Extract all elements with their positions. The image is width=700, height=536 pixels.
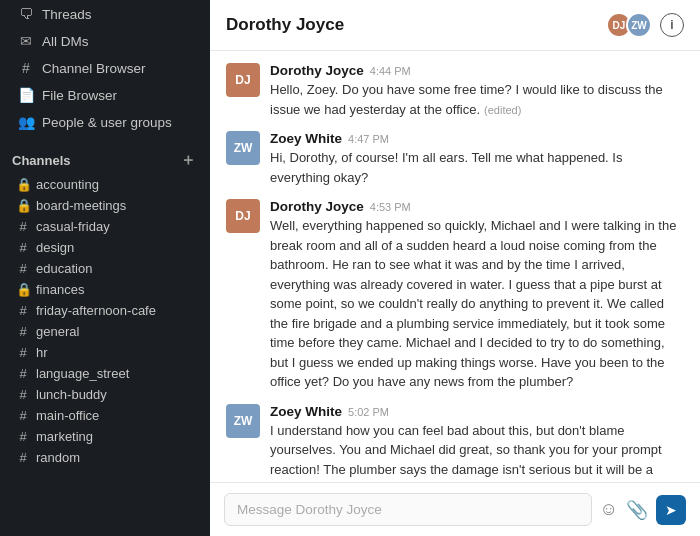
- channel-item-lunch-buddy[interactable]: #lunch-buddy: [4, 384, 206, 405]
- channel-label-lunch-buddy: lunch-buddy: [36, 387, 107, 402]
- message-header: Zoey White 5:02 PM: [270, 404, 684, 419]
- sidebar-item-label: Threads: [42, 7, 92, 22]
- channel-item-board-meetings[interactable]: 🔒board-meetings: [4, 195, 206, 216]
- chat-header: Dorothy Joyce DJZW i: [210, 0, 700, 51]
- channel-icon-random: #: [16, 450, 30, 465]
- sidebar-item-label: All DMs: [42, 34, 89, 49]
- message-time: 5:02 PM: [348, 406, 389, 418]
- message-header: Dorothy Joyce 4:53 PM: [270, 199, 684, 214]
- message-text: Hello, Zoey. Do you have some free time?…: [270, 82, 663, 117]
- message-time: 4:44 PM: [370, 65, 411, 77]
- message-header: Dorothy Joyce 4:44 PM: [270, 63, 684, 78]
- channel-item-general[interactable]: #general: [4, 321, 206, 342]
- sidebar: 🗨Threads✉All DMs#Channel Browser📄File Br…: [0, 0, 210, 536]
- message-author: Dorothy Joyce: [270, 63, 364, 78]
- channel-icon-general: #: [16, 324, 30, 339]
- channel-icon-finances: 🔒: [16, 282, 30, 297]
- channel-label-main-office: main-office: [36, 408, 99, 423]
- channel-label-friday-afternoon-cafe: friday-afternoon-cafe: [36, 303, 156, 318]
- message-text: Hi, Dorothy, of course! I'm all ears. Te…: [270, 150, 622, 185]
- channel-label-finances: finances: [36, 282, 84, 297]
- sidebar-item-channel-browser[interactable]: #Channel Browser: [6, 55, 204, 81]
- channel-item-finances[interactable]: 🔒finances: [4, 279, 206, 300]
- chat-input-area: ☺ 📎 ➤: [210, 482, 700, 536]
- channel-label-general: general: [36, 324, 79, 339]
- attachment-icon[interactable]: 📎: [626, 499, 648, 521]
- main-panel: Dorothy Joyce DJZW i DJ Dorothy Joyce 4:…: [210, 0, 700, 536]
- channel-label-casual-friday: casual-friday: [36, 219, 110, 234]
- message-input[interactable]: [224, 493, 592, 526]
- channel-icon-accounting: 🔒: [16, 177, 30, 192]
- channel-item-accounting[interactable]: 🔒accounting: [4, 174, 206, 195]
- threads-icon: 🗨: [18, 6, 34, 22]
- channel-icon-main-office: #: [16, 408, 30, 423]
- sidebar-item-threads[interactable]: 🗨Threads: [6, 1, 204, 27]
- message-author: Dorothy Joyce: [270, 199, 364, 214]
- sidebar-item-label: File Browser: [42, 88, 117, 103]
- channel-icon-friday-afternoon-cafe: #: [16, 303, 30, 318]
- message-content: Zoey White 4:47 PM Hi, Dorothy, of cours…: [270, 131, 684, 187]
- message-content: Zoey White 5:02 PM I understand how you …: [270, 404, 684, 483]
- message-header: Zoey White 4:47 PM: [270, 131, 684, 146]
- channel-label-accounting: accounting: [36, 177, 99, 192]
- sidebar-item-label: People & user groups: [42, 115, 172, 130]
- avatar-stack: DJZW: [606, 12, 652, 38]
- channel-icon-hr: #: [16, 345, 30, 360]
- send-button[interactable]: ➤: [656, 495, 686, 525]
- channel-label-board-meetings: board-meetings: [36, 198, 126, 213]
- message-text: Well, everything happened so quickly, Mi…: [270, 218, 676, 389]
- message-content: Dorothy Joyce 4:44 PM Hello, Zoey. Do yo…: [270, 63, 684, 119]
- channel-icon-lunch-buddy: #: [16, 387, 30, 402]
- message-text: I understand how you can feel bad about …: [270, 423, 674, 483]
- message-avatar-zoey: ZW: [226, 404, 260, 438]
- people-icon: 👥: [18, 114, 34, 130]
- avatar-1: ZW: [626, 12, 652, 38]
- emoji-icon[interactable]: ☺: [600, 499, 618, 520]
- channel-item-design[interactable]: #design: [4, 237, 206, 258]
- channel-item-random[interactable]: #random: [4, 447, 206, 468]
- channel-label-design: design: [36, 240, 74, 255]
- channel-icon-casual-friday: #: [16, 219, 30, 234]
- channel-label-hr: hr: [36, 345, 48, 360]
- messages-list: DJ Dorothy Joyce 4:44 PM Hello, Zoey. Do…: [210, 51, 700, 482]
- sidebar-item-all-dms[interactable]: ✉All DMs: [6, 28, 204, 54]
- add-channel-button[interactable]: ＋: [178, 150, 198, 170]
- channel-item-hr[interactable]: #hr: [4, 342, 206, 363]
- sidebar-item-label: Channel Browser: [42, 61, 146, 76]
- message-row: ZW Zoey White 5:02 PM I understand how y…: [226, 404, 684, 483]
- message-row: ZW Zoey White 4:47 PM Hi, Dorothy, of co…: [226, 131, 684, 187]
- channels-label: Channels: [12, 153, 71, 168]
- channel-label-education: education: [36, 261, 92, 276]
- edited-label: (edited): [484, 104, 521, 116]
- message-avatar-dorothy: DJ: [226, 63, 260, 97]
- channel-item-language_street[interactable]: #language_street: [4, 363, 206, 384]
- channel-icon-marketing: #: [16, 429, 30, 444]
- message-row: DJ Dorothy Joyce 4:44 PM Hello, Zoey. Do…: [226, 63, 684, 119]
- all-dms-icon: ✉: [18, 33, 34, 49]
- message-time: 4:47 PM: [348, 133, 389, 145]
- message-content: Dorothy Joyce 4:53 PM Well, everything h…: [270, 199, 684, 392]
- sidebar-item-file-browser[interactable]: 📄File Browser: [6, 82, 204, 108]
- info-button[interactable]: i: [660, 13, 684, 37]
- message-row: DJ Dorothy Joyce 4:53 PM Well, everythin…: [226, 199, 684, 392]
- sidebar-item-people[interactable]: 👥People & user groups: [6, 109, 204, 135]
- channel-label-random: random: [36, 450, 80, 465]
- channel-icon-design: #: [16, 240, 30, 255]
- channel-icon-language_street: #: [16, 366, 30, 381]
- channel-label-language_street: language_street: [36, 366, 129, 381]
- message-author: Zoey White: [270, 404, 342, 419]
- channel-icon-education: #: [16, 261, 30, 276]
- channel-label-marketing: marketing: [36, 429, 93, 444]
- message-time: 4:53 PM: [370, 201, 411, 213]
- channel-icon-board-meetings: 🔒: [16, 198, 30, 213]
- message-avatar-dorothy: DJ: [226, 199, 260, 233]
- channel-item-marketing[interactable]: #marketing: [4, 426, 206, 447]
- message-avatar-zoey: ZW: [226, 131, 260, 165]
- channel-browser-icon: #: [18, 60, 34, 76]
- channel-item-education[interactable]: #education: [4, 258, 206, 279]
- channel-item-friday-afternoon-cafe[interactable]: #friday-afternoon-cafe: [4, 300, 206, 321]
- channels-section-header: Channels ＋: [0, 140, 210, 174]
- message-author: Zoey White: [270, 131, 342, 146]
- channel-item-main-office[interactable]: #main-office: [4, 405, 206, 426]
- channel-item-casual-friday[interactable]: #casual-friday: [4, 216, 206, 237]
